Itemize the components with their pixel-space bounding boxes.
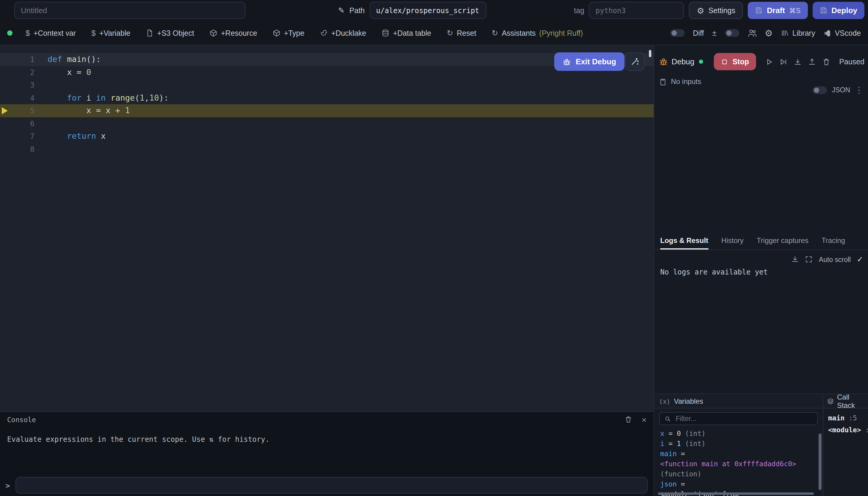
exit-debug-button[interactable]: Exit Debug: [554, 52, 625, 71]
toolbar-item-variable[interactable]: $+Variable: [91, 29, 130, 37]
stop-button[interactable]: Stop: [714, 53, 756, 70]
variable-row[interactable]: json =: [660, 479, 823, 490]
variables-filter-input[interactable]: [675, 415, 812, 423]
library-button[interactable]: Library: [781, 29, 815, 37]
vscode-button[interactable]: VScode: [823, 29, 861, 37]
step-over-icon[interactable]: [776, 54, 791, 69]
close-console-icon[interactable]: ×: [642, 415, 647, 424]
code-line-7[interactable]: 7 return x: [0, 130, 654, 143]
line-number[interactable]: 4: [0, 91, 34, 104]
callstack-frame[interactable]: main :5: [828, 412, 866, 424]
tab-logs-result[interactable]: Logs & Result: [660, 232, 708, 249]
editor-settings-icon[interactable]: ⚙: [765, 29, 773, 37]
code-token: x = x +: [48, 105, 125, 115]
no-inputs-row: No inputs: [659, 77, 701, 86]
draft-button[interactable]: Draft ⌘S: [748, 2, 808, 19]
toolbar-item-data-table[interactable]: +Data table: [382, 29, 431, 37]
download-logs-icon[interactable]: [791, 255, 799, 263]
callstack-panel: main :5<module> :14: [823, 408, 868, 496]
toolbar-item-s3-object[interactable]: +S3 Object: [146, 29, 194, 37]
expand-logs-icon[interactable]: [805, 255, 813, 263]
topbar-right-group: tag ⚙ Settings Draft ⌘S Deploy: [574, 2, 865, 19]
line-number[interactable]: 3: [0, 79, 34, 91]
kebab-menu-icon[interactable]: ⋮: [855, 86, 863, 94]
console-panel: Console × Evaluate expressions in the cu…: [0, 412, 654, 496]
vscode-icon: [823, 29, 831, 37]
step-out-icon[interactable]: [805, 54, 819, 69]
settings-button[interactable]: ⚙ Settings: [689, 2, 743, 19]
layers-icon: [827, 398, 834, 405]
variables-vertical-scrollbar[interactable]: [819, 433, 822, 490]
dollar-icon: $: [26, 29, 30, 37]
code-line-8[interactable]: 8: [0, 143, 654, 155]
gear-icon: ⚙: [697, 6, 704, 15]
frame-function: main: [828, 414, 845, 422]
toolbar-item-context-var[interactable]: $+Context var: [26, 29, 76, 37]
code-token: (: [135, 93, 140, 102]
json-toggle[interactable]: [813, 86, 827, 94]
clear-console-icon[interactable]: [625, 416, 632, 423]
ai-assist-button[interactable]: [625, 52, 645, 71]
code-token: 1: [140, 93, 144, 102]
toolbar-item-type[interactable]: +Type: [273, 29, 304, 37]
code-token: 10: [149, 93, 159, 102]
frame-line: :14: [861, 426, 868, 434]
path-input[interactable]: [369, 2, 486, 19]
logs-empty-message: No logs are available yet: [660, 268, 768, 276]
line-number[interactable]: 8: [0, 143, 34, 155]
script-name-input[interactable]: [14, 2, 245, 19]
tab-tracing[interactable]: Tracing: [822, 232, 845, 249]
editor-scrollbar-thumb[interactable]: [649, 50, 651, 57]
file-icon: [146, 29, 154, 37]
line-number[interactable]: 2: [0, 66, 34, 79]
step-into-icon[interactable]: [791, 54, 805, 69]
code-line-4[interactable]: 4 for i in range(1,10):: [0, 91, 654, 104]
code-text: def main():: [34, 53, 101, 66]
line-number[interactable]: 1: [0, 53, 34, 66]
code-token: (int): [681, 429, 706, 438]
code-text: [34, 143, 48, 155]
code-line-6[interactable]: 6: [0, 117, 654, 130]
result-tabs: Logs & ResultHistoryTrigger capturesTrac…: [654, 232, 868, 250]
line-number[interactable]: 7: [0, 130, 34, 143]
toolbar-item-resource[interactable]: +Resource: [209, 29, 257, 37]
variable-row[interactable]: x = 0 (int): [660, 429, 823, 439]
auto-scroll-checkbox[interactable]: ✓: [857, 255, 863, 264]
code-line-5[interactable]: 5 x = x + 1: [0, 104, 654, 117]
variables-icon: (x): [659, 398, 670, 405]
tab-history[interactable]: History: [721, 232, 744, 249]
deploy-button[interactable]: Deploy: [812, 2, 865, 19]
code-editor[interactable]: 1def main():2 x = 034 for i in range(1,1…: [0, 45, 654, 412]
trash-icon[interactable]: [819, 54, 834, 69]
variable-row[interactable]: <function main at 0xffffadadd6c0>: [660, 459, 823, 469]
code-token: x: [660, 429, 664, 438]
toolbar-item-ducklake[interactable]: +Ducklake: [320, 29, 366, 37]
code-token: i: [660, 439, 664, 448]
toolbar-item-label: +Variable: [99, 29, 130, 37]
variables-horizontal-scrollbar[interactable]: [658, 493, 814, 495]
variable-row[interactable]: i = 1 (int): [660, 439, 823, 449]
toolbar-item-label: +Type: [284, 29, 304, 37]
code-token: (int): [681, 439, 706, 448]
tag-input[interactable]: [589, 2, 684, 19]
people-icon[interactable]: [747, 29, 756, 37]
console-input[interactable]: [15, 477, 648, 494]
toolbar-item-assistants[interactable]: ↻Assistants(Pyright Ruff): [492, 29, 583, 37]
variable-row[interactable]: main =: [660, 449, 823, 459]
code-token: 1: [677, 439, 681, 448]
callstack-title: Call Stack: [837, 394, 868, 408]
continue-icon[interactable]: [762, 54, 776, 69]
deploy-icon: [820, 6, 827, 14]
line-number[interactable]: 6: [0, 117, 34, 130]
code-line-3[interactable]: 3: [0, 79, 654, 91]
code-token: i: [82, 93, 96, 102]
tab-trigger-captures[interactable]: Trigger captures: [757, 232, 808, 249]
frame-line: :5: [845, 414, 857, 422]
toolbar-item-reset[interactable]: ↻Reset: [447, 29, 476, 37]
callstack-frame[interactable]: <module> :14: [828, 424, 866, 436]
database-icon: [382, 29, 389, 37]
secondary-toggle[interactable]: [725, 29, 739, 37]
variable-row[interactable]: (function): [660, 469, 823, 479]
diff-toggle[interactable]: [670, 29, 685, 37]
diff-split-icon[interactable]: ±: [712, 29, 716, 37]
